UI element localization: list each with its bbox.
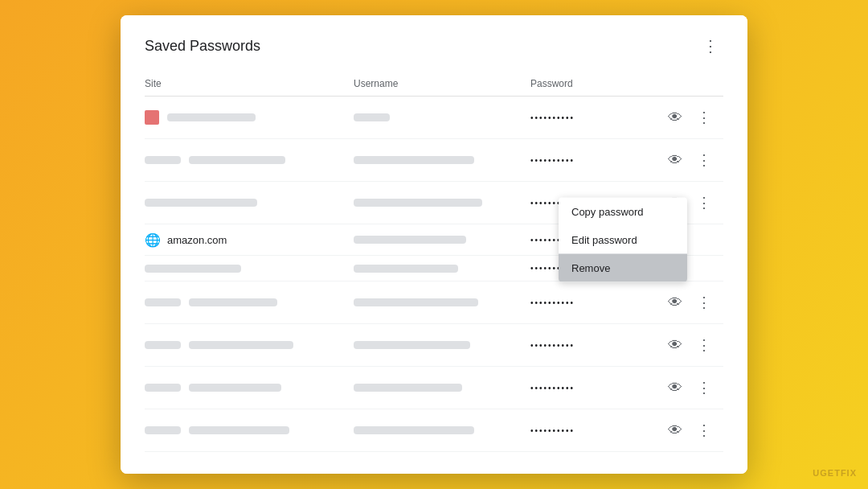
context-menu: Copy password Edit password Remove: [559, 198, 687, 282]
row-more-button[interactable]: ⋮: [691, 375, 717, 401]
show-password-button[interactable]: 👁: [659, 380, 691, 397]
amazon-row: 🌐 amazon.com •••••••••• Copy password Ed…: [145, 224, 723, 256]
site-favicon-blurred: [145, 384, 181, 392]
password-dots: ••••••••••: [530, 384, 659, 392]
site-cell: [145, 298, 354, 306]
username-cell: [354, 113, 530, 121]
password-dots: ••••••••••: [530, 156, 659, 165]
row-more-button[interactable]: ⋮: [691, 332, 717, 358]
more-options-top-button[interactable]: ⋮: [698, 33, 723, 59]
site-cell: [145, 341, 354, 349]
copy-password-menu-item[interactable]: Copy password: [559, 198, 687, 226]
row-more-button[interactable]: ⋮: [691, 417, 717, 443]
username-blurred: [354, 199, 482, 207]
content-area: Saved Passwords ⋮ Site Username Password: [121, 15, 747, 474]
row-more-button[interactable]: ⋮: [691, 147, 717, 173]
show-password-button[interactable]: 👁: [659, 337, 691, 354]
username-blurred: [354, 236, 466, 244]
table-body: •••••••••• 👁 ⋮ •••••••••• 👁 ⋮: [145, 97, 723, 452]
row-more-button[interactable]: ⋮: [691, 105, 717, 130]
watermark: UGETFIX: [813, 468, 857, 478]
username-cell: [354, 384, 530, 392]
username-blurred: [354, 113, 390, 121]
globe-icon: 🌐: [145, 232, 159, 247]
site-cell: [145, 110, 354, 125]
row-more-button[interactable]: ⋮: [691, 190, 717, 216]
password-dots: ••••••••••: [530, 341, 659, 350]
site-name-amazon: amazon.com: [167, 234, 227, 246]
table-row: •••••••••• 👁 ⋮: [145, 97, 723, 139]
show-password-button[interactable]: 👁: [659, 109, 691, 126]
password-dots: ••••••••••: [530, 113, 659, 122]
page-title: Saved Passwords: [145, 38, 260, 55]
site-cell: [145, 426, 354, 434]
site-favicon-blurred: [145, 298, 181, 306]
table-header: Site Username Password: [145, 72, 723, 97]
site-cell: [145, 199, 354, 207]
col-username-header: Username: [354, 78, 530, 89]
site-favicon-blurred: [145, 341, 181, 349]
browser-window: Saved Passwords ⋮ Site Username Password: [121, 15, 747, 474]
table-row: •••••••••• 👁 ⋮: [145, 367, 723, 409]
username-cell: [354, 236, 530, 244]
table-row: •••••••••• 👁 ⋮: [145, 324, 723, 367]
site-favicon-blurred: [145, 156, 181, 164]
site-cell: [145, 384, 354, 392]
row-more-button[interactable]: ⋮: [691, 290, 717, 315]
edit-password-menu-item[interactable]: Edit password: [559, 226, 687, 254]
username-cell: [354, 156, 530, 164]
site-name-blurred: [145, 265, 241, 273]
site-name-blurred: [189, 384, 281, 392]
header-row: Saved Passwords ⋮: [145, 15, 723, 72]
username-blurred: [354, 341, 470, 349]
table-row: •••••••••• 👁 ⋮: [145, 139, 723, 182]
username-blurred: [354, 298, 478, 306]
remove-password-menu-item[interactable]: Remove: [559, 254, 687, 282]
site-name-blurred: [189, 341, 293, 349]
password-dots: ••••••••••: [530, 298, 659, 307]
username-cell: [354, 298, 530, 306]
username-blurred: [354, 426, 474, 434]
password-dots: ••••••••••: [530, 426, 659, 435]
show-password-button[interactable]: 👁: [659, 294, 691, 311]
site-cell: [145, 265, 354, 273]
col-site-header: Site: [145, 78, 354, 89]
table-row: •••••••••• 👁 ⋮: [145, 409, 723, 452]
site-favicon-red: [145, 110, 159, 125]
site-name-blurred: [167, 113, 256, 121]
show-password-button[interactable]: 👁: [659, 422, 691, 439]
username-cell: [354, 341, 530, 349]
username-cell: [354, 199, 530, 207]
site-name-blurred: [189, 298, 277, 306]
site-cell: [145, 156, 354, 164]
site-cell: 🌐 amazon.com: [145, 232, 354, 247]
site-name-blurred: [189, 426, 289, 434]
username-blurred: [354, 265, 458, 273]
username-blurred: [354, 384, 462, 392]
username-cell: [354, 265, 530, 273]
username-blurred: [354, 156, 474, 164]
username-cell: [354, 426, 530, 434]
table-row: •••••••••• 👁 ⋮: [145, 281, 723, 324]
col-password-header: Password: [530, 78, 659, 89]
site-name-blurred: [145, 199, 257, 207]
show-password-button[interactable]: 👁: [659, 152, 691, 169]
site-name-blurred: [189, 156, 285, 164]
site-favicon-blurred: [145, 426, 181, 434]
